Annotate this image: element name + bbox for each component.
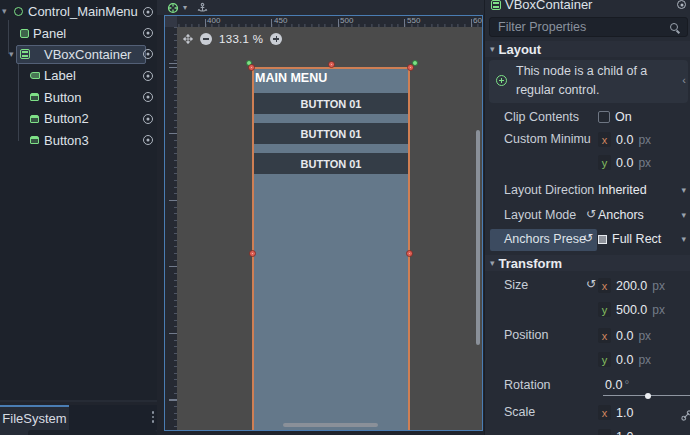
- tree-item-control-mainmenu[interactable]: ▾ Control_MainMenu: [0, 1, 157, 22]
- layout-section-header[interactable]: ▾ Layout: [485, 41, 690, 57]
- pan-view-icon[interactable]: [183, 34, 193, 44]
- scale-y-field[interactable]: 1.0: [616, 430, 633, 435]
- visibility-eye-icon[interactable]: [143, 92, 153, 102]
- visibility-eye-icon[interactable]: [143, 71, 153, 81]
- clip-contents-checkbox[interactable]: [598, 111, 610, 123]
- prop-size-x: Size ↺ x 200.0 px: [485, 275, 690, 298]
- ruler-origin-button[interactable]: [165, 16, 177, 27]
- chevron-down-icon[interactable]: ▾: [681, 185, 686, 195]
- axis-y-prefix: y: [598, 352, 611, 367]
- axis-y-prefix: y: [598, 155, 611, 170]
- position-y-field[interactable]: 0.0: [616, 353, 633, 367]
- node-options-icon[interactable]: [677, 0, 686, 9]
- position-x-field[interactable]: 0.0: [616, 329, 633, 343]
- tree-item-panel[interactable]: Panel: [0, 22, 157, 43]
- viewport-horizontal-scrollbar[interactable]: [283, 423, 378, 427]
- prop-label: Scale: [504, 405, 535, 419]
- anchor-preset-button-icon[interactable]: [167, 2, 179, 14]
- layout-mode-dropdown[interactable]: Anchors: [598, 208, 644, 222]
- revert-icon[interactable]: ↺: [586, 277, 596, 291]
- tab-filesystem[interactable]: FileSystem: [0, 405, 69, 430]
- tree-item-label[interactable]: Button3: [44, 133, 89, 148]
- chevron-left-icon[interactable]: ‹: [682, 74, 686, 86]
- rotation-slider-grabber[interactable]: [645, 393, 651, 399]
- inspector-node-name: VBoxContainer: [505, 0, 592, 12]
- resize-handle-top-right[interactable]: [407, 64, 414, 71]
- prop-label: Layout Mode: [504, 208, 576, 222]
- visibility-eye-icon[interactable]: [143, 7, 153, 17]
- visibility-eye-icon[interactable]: [143, 28, 153, 38]
- resize-handle-top-left[interactable]: [248, 64, 255, 71]
- tree-item-label-node[interactable]: Label: [0, 65, 157, 86]
- left-dock: ▾ Control_MainMenu Panel ▾ VBoxContainer…: [0, 0, 157, 435]
- tree-item-label[interactable]: Button2: [44, 111, 89, 126]
- ruler-tick-label: 500: [340, 16, 353, 25]
- canvas-editor: ▾ 400 450 500 550 600: [157, 0, 484, 435]
- filter-properties-input[interactable]: [490, 20, 670, 34]
- visibility-eye-icon[interactable]: [143, 135, 153, 145]
- size-x-field[interactable]: 200.0: [616, 279, 647, 293]
- prop-scale-x: Scale x 1.0: [485, 402, 690, 425]
- revert-icon[interactable]: ↺: [586, 207, 596, 221]
- filter-properties-box: [489, 17, 688, 37]
- tree-item-vboxcontainer[interactable]: ▾ VBoxContainer: [0, 44, 157, 65]
- tree-item-label[interactable]: Label: [44, 68, 76, 83]
- resize-handle-mid-left[interactable]: [249, 250, 256, 257]
- prop-position-y: y 0.0 px: [485, 349, 690, 372]
- tab-filesystem-label: FileSystem: [2, 411, 66, 426]
- expand-arrow-icon[interactable]: ▾: [2, 6, 7, 16]
- viewport-canvas[interactable]: 133.1 % MAIN MENU BUTTON 01 BUTTON 01 BU…: [177, 27, 482, 430]
- rotation-field[interactable]: 0.0: [605, 378, 622, 392]
- prop-custom-minimum-size-y: y 0.0 px: [485, 152, 690, 175]
- tab-options-kebab-icon[interactable]: [152, 411, 155, 423]
- zoom-in-button[interactable]: [270, 33, 282, 45]
- full-rect-preset-icon: [598, 235, 607, 244]
- zoom-percentage[interactable]: 133.1 %: [219, 33, 263, 45]
- size-y-field[interactable]: 500.0: [616, 303, 647, 317]
- godot-editor-window: ▾ Control_MainMenu Panel ▾ VBoxContainer…: [0, 0, 690, 435]
- scale-x-field[interactable]: 1.0: [616, 406, 633, 420]
- unit-suffix: px: [652, 303, 665, 317]
- anchor-icon[interactable]: [197, 2, 208, 14]
- chevron-down-icon[interactable]: ▾: [681, 210, 686, 220]
- prop-rotation: Rotation 0.0 °: [485, 375, 690, 401]
- bottom-tab-bar: FileSystem: [0, 405, 157, 430]
- prop-label: Size: [504, 278, 528, 292]
- tree-item-button3[interactable]: Button3: [0, 129, 157, 150]
- custom-min-x-field[interactable]: 0.0: [616, 133, 633, 147]
- unit-suffix: px: [638, 353, 651, 367]
- axis-y-prefix: y: [598, 429, 611, 435]
- control-node-icon: [14, 7, 23, 16]
- prop-label: Layout Direction: [504, 183, 594, 197]
- visibility-eye-icon[interactable]: [143, 49, 153, 59]
- notice-text-line2: regular control.: [516, 83, 599, 97]
- resize-handle-mid-right[interactable]: [406, 250, 413, 257]
- tree-item-button2[interactable]: Button2: [0, 108, 157, 129]
- tree-item-button[interactable]: Button: [0, 87, 157, 108]
- chevron-down-icon[interactable]: ▾: [681, 234, 686, 244]
- anchors-preset-dropdown[interactable]: Full Rect: [612, 232, 661, 246]
- resize-handle-top-center[interactable]: [328, 61, 335, 68]
- chevron-down-icon: ▾: [490, 44, 495, 54]
- layout-notice-box: This node is a child of a regular contro…: [489, 60, 688, 103]
- visibility-eye-icon[interactable]: [143, 114, 153, 124]
- panel-node-icon: [20, 29, 29, 38]
- chevron-down-icon[interactable]: ▾: [183, 3, 187, 12]
- tree-item-label[interactable]: Control_MainMenu: [28, 4, 138, 19]
- layout-direction-dropdown[interactable]: Inherited: [598, 183, 647, 197]
- revert-icon[interactable]: ↺: [583, 231, 593, 245]
- zoom-out-button[interactable]: [200, 33, 212, 45]
- custom-min-y-field[interactable]: 0.0: [616, 156, 633, 170]
- button-node-icon: [30, 136, 39, 144]
- tree-item-label[interactable]: Panel: [33, 26, 66, 41]
- transform-section-header[interactable]: ▾ Transform: [485, 255, 690, 271]
- expand-arrow-icon[interactable]: ▾: [9, 49, 14, 59]
- tree-item-label[interactable]: Button: [44, 90, 82, 105]
- unit-suffix: px: [638, 156, 651, 170]
- link-scale-icon[interactable]: [681, 410, 690, 421]
- prop-custom-minimum-size-x: Custom Minimu x 0.0 px: [485, 129, 690, 152]
- checkbox-caption: On: [615, 110, 632, 124]
- viewport-vertical-scrollbar[interactable]: [476, 130, 480, 345]
- filesystem-panel-top: [0, 430, 157, 435]
- tree-item-label[interactable]: VBoxContainer: [44, 47, 131, 62]
